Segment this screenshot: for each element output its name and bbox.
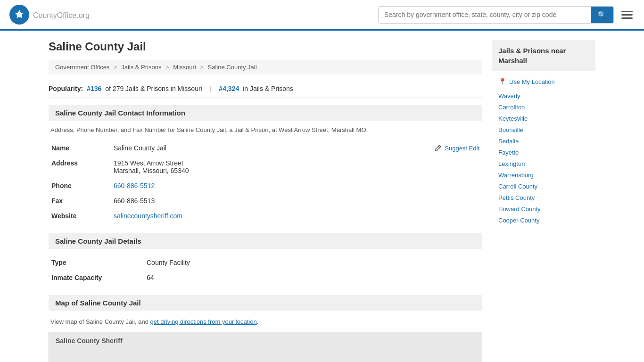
name-value: Saline County Jail [114,144,166,152]
fax-label: Fax [50,194,111,208]
name-label: Name [50,141,111,155]
breadcrumb-sep-3: > [200,64,204,71]
search-input[interactable] [379,7,591,22]
map-desc-suffix: . [257,318,259,325]
sidebar-list-item: Carrollton [498,101,589,113]
sidebar-header: Jails & Prisons near Marshall [492,40,595,71]
breadcrumb-sep-1: > [114,64,117,71]
contact-description: Address, Phone Number, and Fax Number fo… [49,126,482,133]
breadcrumb-item-1[interactable]: Jails & Prisons [121,64,161,71]
map-desc-prefix: View map of Saline County Jail, and [50,318,150,325]
sidebar-list-item: Waverly [498,90,589,101]
sidebar-list-item: Carroll County [498,181,589,192]
sidebar-links-list: WaverlyCarrolltonKeytesvilleBoonvilleSed… [492,88,595,228]
sidebar-link-10[interactable]: Howard County [498,206,541,213]
page-container: Saline County Jail Government Offices > … [39,31,605,362]
sidebar-list-item: Keytesville [498,113,589,124]
popularity-rank1-text: of 279 Jails & Prisons in Missouri [105,85,202,92]
breadcrumb: Government Offices > Jails & Prisons > M… [49,60,482,74]
site-header: CountyOffice.org 🔍 [0,0,644,31]
type-label: Type [50,255,144,270]
popularity-rank2-text: in Jails & Prisons [243,85,293,92]
sidebar-link-6[interactable]: Lexington [498,160,525,167]
sidebar-link-9[interactable]: Pettis County [498,194,535,201]
sidebar-list-item: Pettis County [498,192,589,203]
logo-area: CountyOffice.org [9,5,90,25]
sidebar-link-8[interactable]: Carroll County [498,183,537,190]
table-row-fax: Fax 660-886-5513 [50,194,481,208]
sidebar-link-5[interactable]: Fayette [498,149,519,156]
popularity-rank2: #4,324 [219,85,239,92]
capacity-label: Inmate Capacity [50,271,144,285]
name-value-cell: Saline County Jail Suggest Edit [112,141,481,155]
menu-button[interactable] [619,9,635,21]
website-link[interactable]: salinecountysheriff.com [114,212,182,220]
address-value: 1915 West Arrow Street Marshall, Missour… [112,156,481,178]
sidebar-link-1[interactable]: Carrollton [498,104,525,111]
contact-table: Name Saline County Jail Suggest Edit [49,140,482,224]
logo-icon [9,5,29,25]
fax-value: 660-886-5513 [112,194,481,208]
page-title: Saline County Jail [49,40,482,53]
breadcrumb-item-0[interactable]: Government Offices [55,64,109,71]
search-button[interactable]: 🔍 [591,7,613,23]
table-row-phone: Phone 660-886-5512 [50,179,481,193]
details-row-capacity: Inmate Capacity 64 [50,271,481,285]
website-value-cell: salinecountysheriff.com [112,209,481,223]
sidebar-list-item: Cooper County [498,214,589,226]
table-row-address: Address 1915 West Arrow Street Marshall,… [50,156,481,178]
suggest-edit-label: Suggest Edit [445,145,479,152]
location-pin-icon: 📍 [498,78,506,85]
suggest-edit-button[interactable]: Suggest Edit [434,144,479,152]
breadcrumb-item-3[interactable]: Saline County Jail [208,64,257,71]
sidebar-list-item: Fayette [498,147,589,158]
header-right: 🔍 [378,6,635,24]
address-line1: 1915 West Arrow Street [114,159,479,167]
phone-value-cell: 660-886-5512 [112,179,481,193]
sidebar: Jails & Prisons near Marshall 📍 Use My L… [492,40,595,362]
table-row-name: Name Saline County Jail Suggest Edit [50,141,481,155]
popularity-rank1: #136 [87,85,101,92]
menu-line-1 [621,11,633,12]
menu-line-2 [621,14,633,16]
sidebar-list-item: Lexington [498,158,589,169]
type-value: County Facility [145,255,481,270]
logo-name: CountyOffice [33,11,76,19]
popularity-label: Popularity: [49,85,83,92]
sidebar-list-item: Sedalia [498,135,589,147]
breadcrumb-sep-2: > [165,64,169,71]
address-label: Address [50,156,111,178]
sidebar-link-7[interactable]: Warrensburg [498,172,534,179]
sidebar-link-2[interactable]: Keytesville [498,115,528,122]
main-content: Saline County Jail Government Offices > … [49,40,482,362]
capacity-value: 64 [145,271,481,285]
search-bar: 🔍 [378,6,614,24]
contact-section-header: Saline County Jail Contact Information [49,105,482,121]
map-description: View map of Saline County Jail, and get … [49,316,482,327]
popularity-divider: | [210,85,212,92]
popularity-bar: Popularity: #136 of 279 Jails & Prisons … [49,80,482,98]
table-row-website: Website salinecountysheriff.com [50,209,481,223]
map-placeholder: Saline County Sheriff [49,332,482,362]
address-line2: Marshall, Missouri, 65340 [114,167,479,174]
name-suggest-row: Saline County Jail Suggest Edit [114,144,479,152]
sidebar-link-4[interactable]: Sedalia [498,138,519,145]
phone-link[interactable]: 660-886-5512 [114,182,155,189]
map-directions-link[interactable]: get driving directions from your locatio… [150,318,257,325]
sidebar-list-item: Warrensburg [498,169,589,181]
phone-label: Phone [50,179,111,193]
menu-line-3 [621,17,633,19]
sidebar-link-11[interactable]: Cooper County [498,217,539,224]
map-label: Saline County Sheriff [56,337,123,345]
use-my-location-button[interactable]: 📍 Use My Location [492,75,595,88]
breadcrumb-item-2[interactable]: Missouri [173,64,196,71]
use-my-location-label: Use My Location [509,78,555,85]
sidebar-link-3[interactable]: Boonville [498,126,523,133]
sidebar-link-0[interactable]: Waverly [498,92,520,99]
details-section-header: Saline County Jail Details [49,233,482,249]
website-label: Website [50,209,111,223]
edit-icon [434,144,442,152]
map-section-header: Map of Saline County Jail [49,295,482,311]
logo-text: CountyOffice.org [33,9,90,20]
details-table: Type County Facility Inmate Capacity 64 [49,255,482,286]
